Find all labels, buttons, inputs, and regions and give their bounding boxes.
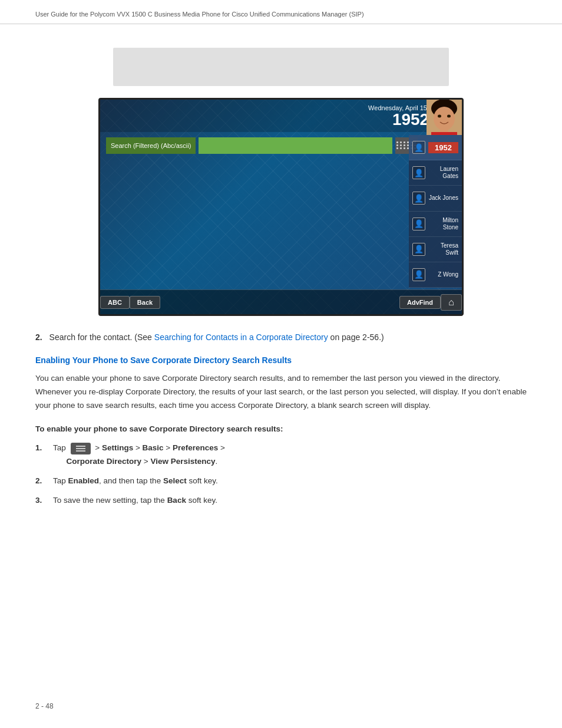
contact-icon-lauren: 👤: [412, 166, 425, 179]
contact-item-milton[interactable]: 👤 Milton Stone: [409, 212, 462, 237]
step-1-content: Tap > Settings > Basic > Preferences > C…: [53, 442, 225, 469]
softkey-back[interactable]: Back: [130, 296, 160, 309]
contacts-sidebar: 👤 1952 👤 Lauren Gates 👤 Jack Jones 👤 Mil…: [409, 135, 462, 288]
contact-icon-milton: 👤: [412, 218, 425, 230]
contact-icon-zwong: 👤: [412, 268, 425, 281]
contact-item-lauren[interactable]: 👤 Lauren Gates: [409, 160, 462, 186]
step-2-paragraph: 2. Search for the contact. (See Searchin…: [35, 331, 527, 344]
content-area: Wednesday, April 15 3:50 PM 1952: [0, 24, 562, 534]
step-3-content: To save the new setting, tap the Back so…: [53, 494, 217, 508]
page-number: 2 - 48: [35, 702, 54, 710]
list-num-3: 3.: [35, 494, 46, 508]
contact-name-milton: Milton Stone: [428, 217, 458, 231]
avatar-image: [427, 100, 462, 135]
contact-name-jack: Jack Jones: [428, 195, 458, 202]
svg-point-5: [438, 115, 441, 118]
contact-active-number: 👤 1952: [409, 135, 462, 160]
svg-rect-8: [76, 448, 85, 449]
home-icon: ⌂: [448, 297, 454, 308]
list-item-2: 2. Tap Enabled, and then tap the Select …: [35, 475, 527, 488]
step-2-content: Tap Enabled, and then tap the Select sof…: [53, 475, 218, 488]
header-text: User Guide for the Polycom VVX 1500 C Bu…: [35, 11, 364, 18]
contact-name-teresa: Teresa Swift: [428, 242, 458, 256]
step-2-after: on page 2-56.): [328, 332, 384, 342]
contact-name-zwong: Z Wong: [428, 271, 458, 278]
list-num-1: 1.: [35, 442, 46, 455]
svg-point-6: [447, 115, 451, 118]
active-number: 1952: [428, 142, 458, 153]
svg-rect-9: [76, 450, 85, 452]
step-2-text: Search for the contact. (See: [49, 332, 154, 342]
svg-rect-7: [76, 446, 85, 447]
contact-icon-teresa: 👤: [412, 243, 425, 256]
softkey-advfind[interactable]: AdvFind: [399, 296, 441, 309]
gray-banner: [113, 48, 449, 86]
softkey-home[interactable]: ⌂: [441, 294, 462, 311]
softkeys-bar: ABC Back AdvFind ⌂: [100, 289, 462, 314]
contact-icon-jack: 👤: [412, 192, 425, 205]
list-num-2: 2.: [35, 475, 46, 488]
phone-screenshot: Wednesday, April 15 3:50 PM 1952: [98, 98, 464, 316]
sub-heading: To enable your phone to save Corporate D…: [35, 424, 527, 433]
step-2-link[interactable]: Searching for Contacts in a Corporate Di…: [154, 332, 328, 342]
contact-item-teresa[interactable]: 👤 Teresa Swift: [409, 237, 462, 262]
softkey-abc[interactable]: ABC: [100, 296, 130, 309]
svg-point-2: [434, 107, 455, 130]
list-item-3: 3. To save the new setting, tap the Back…: [35, 494, 527, 508]
contact-person-icon: 👤: [412, 141, 425, 154]
avatar: [427, 100, 462, 135]
search-label: Search (Filtered) (Abc/ascii): [106, 137, 196, 154]
contact-name-lauren: Lauren Gates: [428, 166, 458, 180]
step-2-number: 2.: [35, 332, 42, 342]
steps-list: 1. Tap > Settings > Basic > Preferences …: [35, 442, 527, 508]
contact-item-zwong[interactable]: 👤 Z Wong: [409, 262, 462, 288]
search-input-display: [199, 137, 392, 154]
page-header: User Guide for the Polycom VVX 1500 C Bu…: [0, 0, 562, 24]
body-paragraph: You can enable your phone to save Corpor…: [35, 372, 527, 413]
contact-item-jack[interactable]: 👤 Jack Jones: [409, 186, 462, 211]
phone-search-bar: Search (Filtered) (Abc/ascii): [106, 135, 418, 156]
tap-button: [71, 443, 91, 454]
phone-status-bar: Wednesday, April 15 3:50 PM 1952: [100, 100, 462, 132]
section-heading: Enabling Your Phone to Save Corporate Di…: [35, 355, 527, 365]
list-item-1: 1. Tap > Settings > Basic > Preferences …: [35, 442, 527, 469]
menu-button-icon: [75, 444, 86, 453]
